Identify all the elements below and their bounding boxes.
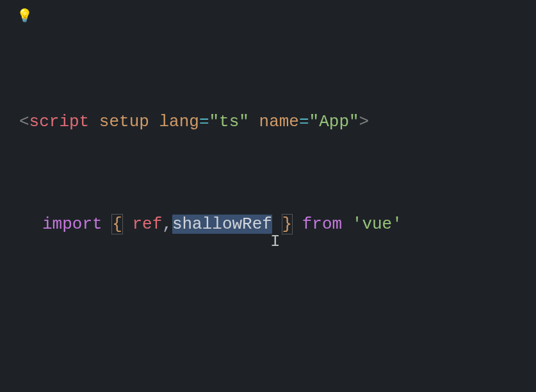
- quote: ": [239, 112, 249, 131]
- selection: shallowRef: [172, 215, 272, 234]
- code-line: import { ref,shallowRef } from 'vue': [13, 211, 536, 237]
- space: [102, 215, 113, 234]
- keyword-import: import: [42, 215, 102, 234]
- module-name: vue: [362, 215, 392, 234]
- quote: ': [392, 215, 402, 234]
- space: [149, 112, 159, 131]
- space: [292, 215, 302, 234]
- equals: =: [299, 112, 309, 131]
- attr-value-lang: ts: [219, 112, 239, 131]
- quote: ": [309, 112, 320, 131]
- tag-close-bracket: >: [359, 112, 370, 131]
- comma: ,: [162, 215, 172, 234]
- space: [89, 112, 99, 131]
- lightbulb-icon[interactable]: 💡: [17, 4, 33, 29]
- quote: ': [352, 215, 362, 234]
- attr-setup: setup: [99, 112, 149, 131]
- space: [342, 215, 352, 234]
- identifier-ref: ref: [132, 215, 162, 234]
- attr-value-name: App: [319, 112, 349, 131]
- tag-open-bracket: <: [19, 112, 29, 131]
- brace-open: {: [111, 214, 123, 234]
- equals: =: [199, 112, 209, 131]
- space: [122, 215, 133, 234]
- quote: ": [349, 112, 359, 131]
- brace-close: }: [282, 214, 293, 234]
- code-editor[interactable]: 💡 <script setup lang="ts" name="App"> im…: [0, 0, 536, 392]
- blank-line: [13, 314, 536, 339]
- identifier-shallowref: shallowRef: [172, 215, 272, 234]
- keyword-from: from: [302, 215, 342, 234]
- quote: ": [209, 112, 220, 131]
- tag-name: script: [29, 112, 90, 131]
- space: [249, 112, 259, 131]
- attr-name: name: [259, 112, 299, 131]
- code-line: <script setup lang="ts" name="App">: [13, 109, 536, 135]
- attr-lang: lang: [159, 112, 199, 131]
